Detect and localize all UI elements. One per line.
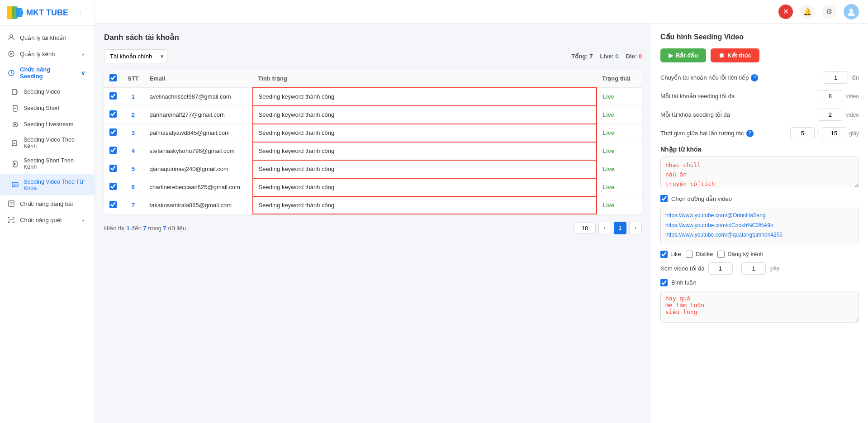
row-trang-thai: Live [597, 178, 642, 196]
sidebar-item-quan-ly-tai-khoan[interactable]: Quản lý tài khoản [0, 29, 95, 46]
channel-icon [7, 50, 15, 58]
comment-label[interactable]: Bình luận [671, 279, 697, 286]
watch-input-2[interactable] [741, 262, 766, 275]
prev-page-btn[interactable]: ‹ [598, 222, 611, 234]
row-trang-thai: Live [597, 124, 642, 142]
account-select[interactable]: Tài khoản chính Tài khoản phụ [104, 49, 167, 63]
row-email: charlinerebeccaan625@gmail.com [144, 178, 253, 196]
topbar: ✕ 🔔 ⚙ [95, 0, 868, 24]
sidebar-item-chuc-nang-quet[interactable]: Chức năng quét › [0, 212, 95, 228]
sidebar-item-label: Seeding Video Theo Từ Khóa [24, 178, 87, 191]
table-row: 3 palmasatyawd845@gmail.com Seeding keyw… [104, 124, 642, 142]
stats-bar: Tổng: 7 Live: 0 Die: 0 [571, 53, 642, 60]
sidebar-item-seeding-short[interactable]: Seeding Short [0, 100, 95, 116]
avatar[interactable] [844, 4, 859, 19]
row-trang-thai: Live [597, 196, 642, 214]
page-size-input[interactable] [574, 223, 596, 234]
alert-icon-btn[interactable]: ✕ [778, 5, 793, 19]
info-icon-2[interactable]: ? [746, 130, 754, 137]
row-stt: 6 [122, 178, 144, 196]
row-checkbox-0[interactable] [109, 92, 117, 100]
watch-input-1[interactable] [708, 262, 733, 275]
col-tinh-trang: Tình trạng [253, 70, 597, 88]
table-header-row: STT Email Tình trạng Trạng thái [104, 70, 642, 88]
settings-icon-btn[interactable]: ⚙ [822, 5, 836, 19]
keywords-textarea[interactable]: nhạc chill nấu ăn truyện cổ tích [660, 157, 859, 188]
watch-label: Xem video tối đa [660, 265, 705, 272]
dislike-checkbox[interactable] [686, 251, 693, 258]
video-links-label[interactable]: Chọn đường dẫn video [671, 195, 732, 202]
config-thoi-gian-label: Thời gian giữa hai lần tương tác ? [660, 130, 787, 137]
moi-tai-khoan-input[interactable] [818, 90, 842, 102]
right-panel: Cấu hình Seeding Video ▶ Bắt đầu ⏹ Kết t… [651, 24, 868, 423]
sidebar-item-seeding-livestream[interactable]: Seeding Livestream [0, 116, 95, 133]
account-selector[interactable]: Tài khoản chính Tài khoản phụ ▾ [104, 49, 167, 63]
sidebar-item-chuc-nang-seeding[interactable]: Chức năng Seeding ∨ [0, 62, 95, 84]
thoi-gian-input-2[interactable] [822, 127, 846, 139]
dislike-label: Dislike [696, 251, 713, 257]
col-trang-thai: Trạng thái [597, 70, 642, 88]
row-checkbox-6[interactable] [109, 201, 117, 208]
chevron-right-icon2: › [79, 216, 87, 224]
row-checkbox-5[interactable] [109, 183, 117, 190]
panel-actions: ▶ Bắt đầu ⏹ Kết thúc [660, 48, 859, 62]
section-title: Danh sách tài khoản [104, 33, 642, 42]
svg-point-3 [10, 35, 13, 38]
subscribe-checkbox[interactable] [717, 251, 725, 258]
sidebar-item-seeding-video[interactable]: Seeding Video [0, 84, 95, 100]
logo[interactable]: MKT TUBE [7, 6, 68, 19]
row-checkbox-1[interactable] [109, 110, 117, 118]
next-page-btn[interactable]: › [629, 222, 642, 234]
video-links-checkbox[interactable] [660, 195, 668, 202]
thoi-gian-input-1[interactable] [790, 127, 815, 139]
table-body: 1 avelinachrisset987@gmail.com Seeding k… [104, 88, 642, 214]
sidebar: MKT TUBE ‹ Quản lý tài khoản Quản lý kên… [0, 0, 95, 423]
sidebar-collapse-btn[interactable]: ‹ [79, 9, 87, 17]
config-thoi-gian: Thời gian giữa hai lần tương tác ? : giâ… [660, 127, 859, 139]
chevron-down-icon: ∨ [79, 69, 87, 77]
moi-tu-khoa-input[interactable] [818, 109, 842, 121]
row-stt: 1 [122, 88, 144, 106]
like-checkbox[interactable] [660, 251, 668, 258]
row-checkbox-3[interactable] [109, 147, 117, 154]
chuyen-tai-khoan-input[interactable] [824, 71, 848, 84]
table-row: 7 takakosamiraia865@gmail.com Seeding ke… [104, 196, 642, 214]
sidebar-item-chuc-nang-dang-bai[interactable]: Chức năng đăng bài [0, 195, 95, 212]
main-content: ✕ 🔔 ⚙ Danh sách tài khoản Tài khoản chín… [95, 0, 868, 423]
sidebar-item-quan-ly-kenh[interactable]: Quản lý kênh › [0, 46, 95, 62]
sidebar-item-seeding-video-theo-kenh[interactable]: Seeding Video Theo Kênh [0, 133, 95, 153]
config-moi-tai-khoan-label: Mỗi tài khoản seeding tối đa [660, 93, 814, 100]
select-all-checkbox[interactable] [109, 74, 117, 81]
keywords-container: nhạc chill nấu ăn truyện cổ tích [660, 157, 859, 190]
comments-textarea[interactable]: hay quá mẹ làm luôn siêu lòng [660, 291, 859, 323]
row-email: stefaniaskylarhu796@gmail.com [144, 142, 253, 160]
start-button[interactable]: ▶ Bắt đầu [660, 48, 706, 62]
comment-checkbox-row: Bình luận [660, 279, 859, 286]
sidebar-item-label: Seeding Livestream [24, 121, 73, 128]
bell-icon-btn[interactable]: 🔔 [800, 5, 815, 19]
row-tinh-trang: Seeding keyword thành công [253, 106, 597, 124]
content-area: Danh sách tài khoản Tài khoản chính Tài … [95, 24, 868, 423]
row-tinh-trang: Seeding keyword thành công [253, 160, 597, 178]
video-link-3: https://www.youtube.com/@quatangtamhon42… [665, 230, 854, 240]
sidebar-item-seeding-video-theo-tu-khoa[interactable]: Seeding Video Theo Từ Khóa [0, 174, 95, 195]
table-row: 4 stefaniaskylarhu796@gmail.com Seeding … [104, 142, 642, 160]
row-tinh-trang: Seeding keyword thành công [253, 196, 597, 214]
table-row: 6 charlinerebeccaan625@gmail.com Seeding… [104, 178, 642, 196]
row-tinh-trang: Seeding keyword thành công [253, 88, 597, 106]
sidebar-item-seeding-short-theo-kenh[interactable]: Seeding Short Theo Kênh [0, 153, 95, 174]
comment-checkbox[interactable] [660, 279, 668, 286]
scan-icon [7, 216, 15, 224]
stop-button[interactable]: ⏹ Kết thúc [711, 48, 759, 62]
row-checkbox-4[interactable] [109, 165, 117, 172]
info-icon-1[interactable]: ? [751, 74, 758, 81]
row-trang-thai: Live [597, 106, 642, 124]
svg-rect-11 [12, 182, 18, 187]
row-checkbox-cell [104, 124, 122, 142]
row-email: takakosamiraia865@gmail.com [144, 196, 253, 214]
video-link-1: https://www.youtube.com/@OrinnHaSang [665, 211, 854, 221]
row-checkbox-2[interactable] [109, 128, 117, 136]
sidebar-nav: Quản lý tài khoản Quản lý kênh › Chức nă… [0, 26, 95, 423]
subscribe-label: Đăng ký kênh [727, 251, 764, 257]
page-1-btn[interactable]: 1 [614, 222, 626, 234]
